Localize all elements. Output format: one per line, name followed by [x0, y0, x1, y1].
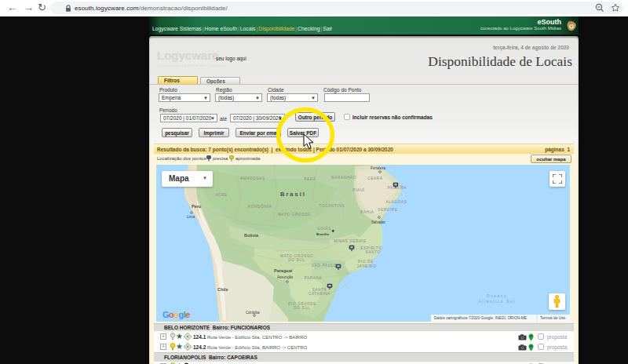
- svg-text:PARÁ: PARÁ: [305, 177, 316, 181]
- svg-text:Córdoba: Córdoba: [246, 311, 260, 315]
- svg-text:Dados cartográficos ©2020 Goog: Dados cartográficos ©2020 Google, INEGI,…: [434, 315, 527, 320]
- svg-text:DO SUL: DO SUL: [288, 258, 305, 262]
- svg-text:GOIÁS: GOIÁS: [317, 226, 331, 231]
- svg-text:RIO DE: RIO DE: [358, 260, 374, 264]
- svg-text:Assunção: Assunção: [277, 275, 294, 279]
- svg-text:Atlântico Sul: Atlântico Sul: [478, 300, 515, 304]
- svg-text:MATO GROSSO: MATO GROSSO: [278, 213, 311, 217]
- svg-text:PARANÁ: PARANÁ: [305, 275, 323, 280]
- svg-text:SANTO: SANTO: [365, 250, 380, 254]
- svg-text:MARANHÃO: MARANHÃO: [331, 175, 356, 180]
- svg-text:Fortaleza: Fortaleza: [371, 166, 386, 170]
- svg-text:CEARÁ: CEARÁ: [367, 176, 383, 180]
- svg-text:Brasil: Brasil: [280, 191, 306, 198]
- svg-text:ACRE: ACRE: [215, 193, 228, 197]
- svg-text:AMAZONAS: AMAZONAS: [240, 177, 265, 180]
- svg-text:Peru: Peru: [192, 204, 201, 209]
- svg-text:JANEIRO: JANEIRO: [357, 264, 377, 268]
- svg-text:Oceano: Oceano: [487, 294, 507, 298]
- svg-text:SERGIPE: SERGIPE: [378, 208, 397, 212]
- svg-text:ALAGOAS: ALAGOAS: [386, 200, 407, 204]
- svg-text:MINAS GERAIS: MINAS GERAIS: [334, 239, 367, 243]
- svg-text:Chile: Chile: [217, 287, 228, 292]
- svg-text:Bolívia: Bolívia: [244, 233, 259, 238]
- svg-text:DO SUL: DO SUL: [294, 306, 310, 310]
- svg-text:RONDÔNIA: RONDÔNIA: [248, 204, 272, 209]
- svg-text:BAHIA: BAHIA: [360, 210, 374, 214]
- svg-text:PIAUÍ: PIAUÍ: [352, 187, 365, 192]
- svg-text:CATARINA: CATARINA: [309, 292, 330, 296]
- svg-text:TOCANTINS: TOCANTINS: [319, 204, 345, 208]
- svg-text:Termos de Uso: Termos de Uso: [540, 316, 566, 320]
- svg-text:Paraguai: Paraguai: [274, 268, 293, 273]
- svg-text:Brasília: Brasília: [316, 232, 329, 236]
- svg-text:SÃO PAULO: SÃO PAULO: [312, 263, 338, 268]
- svg-text:Lima: Lima: [187, 215, 195, 219]
- svg-text:Salvador: Salvador: [371, 220, 386, 224]
